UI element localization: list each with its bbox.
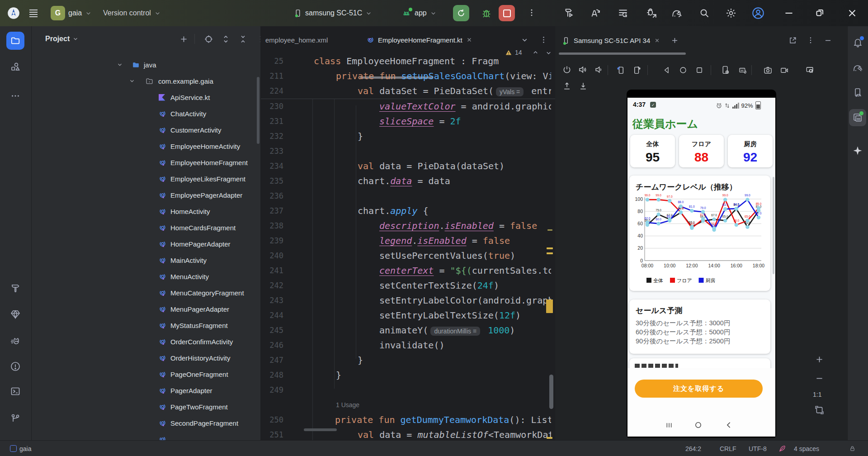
toolwindow-git-button[interactable] [6, 409, 24, 428]
warning-stripe-mark[interactable] [547, 229, 552, 231]
get-order-button[interactable]: 注文を取得する [635, 380, 763, 398]
window-close-button[interactable] [846, 7, 858, 21]
code-line-250[interactable]: 250private fun getDummyTeamworkData(): L… [261, 413, 551, 428]
toolwindow-more-button[interactable] [6, 87, 24, 105]
tab-close-icon[interactable] [654, 38, 660, 43]
score-card-1[interactable]: 全体 95 [630, 135, 675, 167]
code-inspection-button[interactable] [590, 7, 601, 21]
device-home-icon[interactable] [679, 66, 687, 74]
code-line-211[interactable]: 211private fun setupSalesGoalChart(view:… [261, 69, 551, 84]
device-tab[interactable]: Samsung SC-51C API 34 [562, 26, 679, 54]
tab-employee-home-xml[interactable]: employee_home.xml [265, 26, 328, 53]
tree-item-HomePagerAdapter[interactable]: HomePagerAdapter [32, 236, 260, 252]
screen-record-icon[interactable] [779, 66, 789, 75]
build-button[interactable] [562, 7, 574, 21]
code-line-238[interactable]: 238description.isEnabled = false [261, 218, 551, 233]
code-line-233[interactable]: 233 [261, 144, 551, 159]
project-locate-file-button[interactable] [204, 34, 213, 44]
inspections-widget[interactable]: 14 [505, 49, 552, 56]
tree-item-OrderHistoryActivity[interactable]: OrderHistoryActivity [32, 350, 260, 366]
screenshot-camera-icon[interactable] [763, 66, 773, 75]
zoom-fit-icon[interactable] [815, 405, 824, 415]
tree-item-PageOneFragment[interactable]: PageOneFragment [32, 366, 260, 382]
project-expand-button[interactable] [221, 34, 231, 44]
rotate-left-icon[interactable] [616, 65, 626, 75]
project-add-button[interactable] [179, 34, 189, 44]
usage-hint[interactable]: 1 Usage [336, 398, 359, 413]
window-restore-button[interactable] [814, 7, 826, 21]
tree-item-HomeActivity[interactable]: HomeActivity [32, 203, 260, 219]
toolwindow-problems-button[interactable] [6, 357, 24, 375]
toolwindow-resource-manager-button[interactable] [6, 58, 24, 76]
tree-item-ApiService.kt[interactable]: ApiService.kt [32, 89, 260, 105]
tree-item-PagerAdapter[interactable]: PagerAdapter [32, 382, 260, 399]
nav-back-icon[interactable] [725, 421, 733, 429]
project-view-selector[interactable]: Project [45, 26, 79, 52]
warning-stripe-mark[interactable] [546, 299, 553, 313]
zoom-in-icon[interactable] [815, 355, 824, 364]
tree-item-OrderConfirmActivity[interactable]: OrderConfirmActivity [32, 333, 260, 350]
more-run-actions-button[interactable] [527, 8, 536, 19]
tree-item-EmployeeLikesFragment[interactable]: EmployeeLikesFragment [32, 171, 260, 187]
tree-item-partial[interactable] [32, 431, 260, 440]
notifications-button[interactable] [849, 33, 866, 51]
run-tasks-list-button[interactable] [617, 7, 629, 21]
code-line-234[interactable]: 234val data = PieData(dataSet) [261, 159, 551, 174]
device-power-icon[interactable] [562, 65, 571, 74]
code-line-243[interactable]: 243setEntryLabelColor(android.graphi [261, 293, 551, 308]
next-problem-icon[interactable] [545, 49, 552, 56]
tree-item-PageTwoFragment[interactable]: PageTwoFragment [32, 399, 260, 415]
code-line-244[interactable]: 244setEntryLabelTextSize(12f) [261, 308, 551, 323]
upload-icon[interactable] [562, 81, 571, 90]
caret-position-widget[interactable]: 264:2 [685, 441, 701, 456]
gradle-sync-button[interactable] [670, 7, 683, 21]
warning-stripe-mark[interactable] [547, 247, 553, 249]
toolwindow-profiler-button[interactable] [6, 332, 24, 351]
code-line-247[interactable]: 247} [261, 353, 551, 368]
encoding-widget[interactable]: UTF-8 [749, 441, 767, 456]
tab-close-icon[interactable] [466, 37, 472, 43]
prev-problem-icon[interactable] [532, 49, 539, 56]
device-back-icon[interactable] [663, 66, 671, 74]
settings-button[interactable] [725, 7, 737, 21]
download-icon[interactable] [579, 81, 588, 90]
tree-item-MenuPagerAdapter[interactable]: MenuPagerAdapter [32, 301, 260, 317]
debug-button[interactable] [481, 8, 492, 20]
run-configuration-selector[interactable]: app [401, 0, 437, 26]
readonly-lock-widget[interactable] [849, 441, 856, 456]
code-line-240[interactable]: 240setUsePercentValues(true) [261, 248, 551, 263]
toolwindow-build-button[interactable] [6, 279, 24, 297]
code-line-249[interactable]: 249 [261, 383, 551, 398]
sales-forecast-card[interactable]: セールス予測 30分後のセールス予想：3000円60分後のセールス予想：5000… [629, 299, 770, 354]
tree-item-ChatActivity[interactable]: ChatActivity [32, 105, 260, 122]
teamwork-chart-card[interactable]: チームワークレベル（推移） 02040608010008:0010:0012:0… [629, 176, 770, 291]
device-selector[interactable]: samsung SC-51C [294, 0, 372, 26]
code-line-232[interactable]: 232} [261, 129, 551, 144]
device-keyboard-icon[interactable] [738, 66, 748, 75]
tab-employee-home-fragment-kt[interactable]: EmployeeHomeFragment.kt [367, 26, 472, 53]
code-line-231[interactable]: 231sliceSpace = 2f [261, 114, 551, 129]
code-line-241[interactable]: 241centerText = "${(currentSales.toF [261, 263, 551, 278]
tree-item-EmployeeHomeFragment[interactable]: EmployeeHomeFragment [32, 154, 260, 171]
project-scrollbar[interactable] [257, 77, 259, 144]
attach-debugger-button[interactable] [646, 7, 657, 21]
editor-vertical-scrollbar[interactable] [549, 375, 553, 409]
code-line-237[interactable]: 237chart.apply { [261, 204, 551, 218]
code-line-246[interactable]: 246invalidate() [261, 338, 551, 353]
phone-screen[interactable]: 4:37 ✓ 92% 従業員ホーム 全体 95フロア 8 [627, 98, 775, 437]
toolwindow-terminal-button[interactable] [6, 382, 24, 400]
project-widget[interactable]: G gaia [51, 0, 92, 26]
rerun-button[interactable] [453, 5, 469, 21]
volume-up-icon[interactable] [578, 65, 587, 74]
code-line-239[interactable]: 239legend.isEnabled = false [261, 233, 551, 248]
editor-options-icon[interactable] [539, 35, 548, 44]
code-line-235[interactable]: 235chart.data = data [261, 174, 551, 189]
main-menu-button[interactable] [28, 0, 39, 26]
device-screen-mirror[interactable]: 4:37 ✓ 92% 従業員ホーム 全体 95フロア 8 [627, 90, 776, 438]
project-options-button[interactable] [256, 34, 261, 44]
tree-item-MenuCategoryFragment[interactable]: MenuCategoryFragment [32, 285, 260, 301]
tree-item-EmployeePagerAdapter[interactable]: EmployeePagerAdapter [32, 187, 260, 203]
indent-widget[interactable]: 4 spaces [794, 441, 819, 456]
line-separator-widget[interactable]: CRLF [720, 441, 736, 456]
profile-avatar-button[interactable] [752, 7, 764, 21]
